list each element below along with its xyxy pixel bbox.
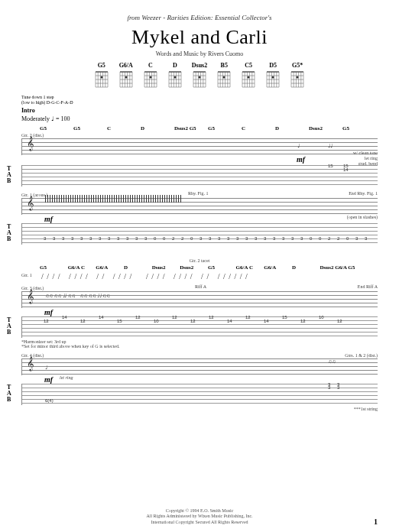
tab-num: 12	[190, 320, 196, 323]
harmonizer-footnote: *Set for minor third above when key of G…	[21, 344, 378, 349]
svg-point-47	[174, 76, 176, 79]
svg-point-35	[149, 76, 151, 79]
tab-staff-gtr4: TAB 6(4) 3 3 3 3	[21, 384, 378, 405]
tab-num: 14	[264, 320, 269, 323]
tab-num: 3	[71, 237, 73, 241]
tab-num: 3	[135, 237, 138, 241]
chord-diagram: G5	[94, 62, 109, 89]
intro-label: Intro	[21, 107, 378, 114]
svg-point-83	[248, 76, 250, 79]
source-album: Rarities Edition: Essential Collector's	[167, 14, 271, 21]
tab-num: 3	[273, 237, 275, 241]
tab-num: 15	[117, 320, 122, 323]
chord-symbol: G6/A	[96, 264, 124, 271]
chord-symbol: G6/A C	[236, 264, 264, 271]
chord-grid-icon	[94, 70, 109, 89]
chord-grid-icon	[265, 70, 281, 89]
tab-num: 3	[108, 237, 110, 241]
system-2: Gtr. 2 tacet G5G6/A CG6/ADDsus2Dsus2G5G6…	[21, 258, 378, 411]
chord-row-2: G5G6/A CG6/ADDsus2Dsus2G5G6/A CG6/ADDsus…	[21, 264, 378, 271]
chord-symbol: Dsus2 G5	[174, 125, 208, 131]
chord-symbol: D	[275, 125, 309, 131]
svg-point-95	[272, 76, 274, 79]
tab-num: 0	[163, 237, 165, 241]
rhy-fig-start: Rhy. Fig. 1	[188, 191, 209, 198]
chord-name: Dsus2	[192, 62, 207, 69]
chord-row-1: G5G5CDDsus2 G5G5CDDsus2G5	[21, 125, 378, 131]
tab-num: 2	[328, 237, 330, 241]
tab-num: 3	[126, 237, 128, 241]
tab-clef-icon: TAB	[7, 317, 11, 336]
gtr1-label: Gtr. 1 (acous.)	[21, 193, 47, 197]
byline: Words and Music by Rivers Cuomo	[21, 50, 378, 57]
tab-clef-icon: TAB	[7, 166, 11, 184]
tab-num: 3	[355, 237, 358, 241]
tab-num: 12	[300, 320, 306, 323]
tab-num: 3	[200, 237, 202, 241]
chord-diagram: D	[167, 62, 183, 89]
gtr1-label-s2: Gtr. 1	[21, 273, 32, 277]
notation-staff-gtr3: 𝄞 ♫♫ ♫♫ ♩♩ ♫♫ ♫♫ ♫♫ ♩♩ ♫♫	[21, 291, 378, 308]
chord-grid-icon	[167, 70, 183, 89]
source-prefix: from Weezer -	[127, 14, 167, 21]
gtr4-label: Gtr. 4 (dist.)	[21, 353, 44, 358]
chord-symbol: C	[107, 125, 141, 131]
dynamic-mf-gtr4: mf	[44, 375, 53, 384]
chord-grid-icon	[143, 70, 158, 89]
sheet-music-page: from Weezer - Rarities Edition: Essentia…	[0, 0, 399, 532]
tab-num: 3	[218, 237, 220, 241]
dynamic-mf-gtr1: mf	[44, 215, 53, 223]
svg-point-59	[198, 76, 200, 79]
chord-name: G5*	[292, 62, 303, 69]
chord-symbol: G5	[40, 264, 68, 271]
notation-staff-gtr2: 𝄞 ♩ ♩♩	[21, 138, 378, 155]
tab-num: 2	[172, 237, 174, 241]
gtr2-label: Gtr. 2 (dist.)	[21, 133, 378, 138]
tab-num: 3	[209, 237, 211, 241]
perf-note-ring: let ring	[353, 156, 378, 161]
svg-point-71	[223, 76, 225, 79]
tab-num: 3	[300, 237, 303, 241]
tab-num: 3	[236, 237, 238, 241]
tab-num: 14	[62, 316, 67, 320]
tab-num: 14	[343, 168, 349, 172]
tab-num: 2	[181, 237, 183, 241]
tab-num: 10	[319, 316, 324, 320]
chord-symbol: C	[242, 125, 275, 131]
chord-diagram: C5	[241, 62, 256, 89]
tab-num: 3	[89, 237, 92, 241]
chord-name: D5	[269, 62, 277, 69]
chord-symbol: Dsus2	[180, 264, 208, 271]
chord-symbol: G5	[342, 125, 376, 131]
tab-num: 3	[264, 237, 266, 241]
let-ring-note: let ring	[60, 375, 73, 380]
notation-staff-gtr1: 𝄞	[21, 198, 378, 215]
tab-num: 0	[319, 237, 321, 241]
chord-name: B5	[221, 62, 228, 69]
tab-num: 3	[255, 237, 257, 241]
tab-num: 12	[172, 316, 177, 320]
chord-diagram: G6/A	[118, 62, 134, 89]
chord-symbol: G6/A C	[68, 264, 96, 271]
svg-point-107	[297, 76, 299, 79]
tab-num: 3	[62, 237, 64, 241]
system-1: G5G5CDDsus2 G5G5CDDsus2G5 Gtr. 2 (dist.)…	[21, 125, 378, 245]
perf-note-tone: w/ clean tone	[353, 151, 378, 156]
tab-num: 3	[80, 237, 83, 241]
tab-num: 3	[365, 237, 367, 241]
copyright-line: All Rights Administered by Wixen Music P…	[0, 514, 399, 520]
notation-staff-gtr4: 𝄞 ♩ ♫♫	[21, 358, 378, 375]
tab-num: 6(4)	[45, 399, 54, 403]
riff-a-start: Riff A	[195, 284, 206, 291]
chord-symbol: G5	[40, 125, 73, 131]
tab-num: 3	[227, 237, 229, 241]
svg-point-23	[125, 76, 127, 79]
chord-grid-icon	[241, 70, 256, 89]
tab-num: 3	[144, 237, 147, 241]
tab-num: 3	[44, 237, 46, 241]
open-slashes-note: (open in slashes)	[347, 215, 378, 219]
tab-num: 15	[282, 316, 287, 320]
dynamic-mf-gtr2: mf	[297, 155, 305, 164]
chord-diagram: B5	[216, 62, 232, 89]
tab-num: 12	[245, 316, 251, 320]
